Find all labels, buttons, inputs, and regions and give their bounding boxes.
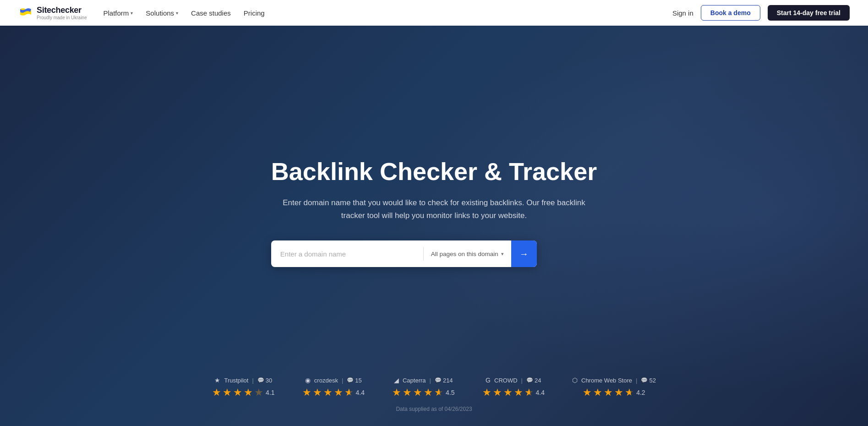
logo-link[interactable]: Sitechecker Proudly made in Ukraine bbox=[18, 5, 87, 20]
signin-link[interactable]: Sign in bbox=[672, 9, 693, 17]
navbar-right: Sign in Book a demo Start 14-day free tr… bbox=[672, 5, 850, 21]
start-trial-button[interactable]: Start 14-day free trial bbox=[768, 5, 850, 21]
star-full-icon: ★ bbox=[593, 387, 602, 399]
nav-pricing[interactable]: Pricing bbox=[244, 9, 265, 17]
star-full-icon: ★ bbox=[244, 387, 253, 399]
platform-name: Capterra bbox=[403, 377, 426, 384]
hero-section: Backlink Checker & Tracker Enter domain … bbox=[0, 0, 868, 426]
star-half-icon: ★ bbox=[524, 387, 534, 399]
star-empty-icon: ★ bbox=[254, 387, 263, 399]
star-full-icon: ★ bbox=[514, 387, 523, 399]
star-full-icon: ★ bbox=[302, 387, 311, 399]
star-half-icon: ★ bbox=[344, 387, 354, 399]
comment-icon: 💬 bbox=[435, 377, 442, 383]
nav-links: Platform ▾ Solutions ▾ Case studies Pric… bbox=[104, 9, 265, 17]
book-demo-button[interactable]: Book a demo bbox=[701, 5, 760, 21]
rating-score: 4.2 bbox=[636, 389, 645, 396]
platform-icon: ◉ bbox=[305, 377, 311, 384]
nav-case-studies[interactable]: Case studies bbox=[191, 9, 231, 17]
star-full-icon: ★ bbox=[604, 387, 613, 399]
platform-name: crozdesk bbox=[314, 377, 338, 384]
star-full-icon: ★ bbox=[392, 387, 401, 399]
chevron-down-icon: ▾ bbox=[501, 251, 504, 257]
arrow-right-icon: → bbox=[519, 249, 529, 259]
star-full-icon: ★ bbox=[334, 387, 343, 399]
star-half-icon: ★ bbox=[625, 387, 634, 399]
hero-subtitle: Enter domain name that you would like to… bbox=[278, 197, 590, 222]
star-half-icon: ★ bbox=[434, 387, 443, 399]
platform-name: Trustpilot bbox=[224, 377, 248, 384]
search-submit-button[interactable]: → bbox=[511, 240, 537, 267]
star-full-icon: ★ bbox=[223, 387, 232, 399]
star-full-icon: ★ bbox=[482, 387, 491, 399]
ratings-bar: ★Trustpilot|💬30★★★★★4.1◉crozdesk|💬15★★★★… bbox=[212, 377, 656, 399]
platform-icon: ⬡ bbox=[572, 377, 578, 384]
star-full-icon: ★ bbox=[313, 387, 322, 399]
search-bar: All pages on this domain ▾ → bbox=[271, 240, 537, 267]
chevron-down-icon: ▾ bbox=[131, 11, 133, 16]
rating-score: 4.4 bbox=[356, 389, 365, 396]
nav-solutions[interactable]: Solutions ▾ bbox=[146, 9, 178, 17]
search-scope-selector[interactable]: All pages on this domain ▾ bbox=[424, 240, 511, 267]
data-notice: Data supplied as of 04/26/2023 bbox=[396, 406, 472, 412]
rating-item: ◉crozdesk|💬15★★★★★4.4 bbox=[302, 377, 365, 399]
comment-icon: 💬 bbox=[526, 377, 533, 383]
rating-item: GCROWD|💬24★★★★★4.4 bbox=[482, 377, 545, 399]
platform-icon: ◢ bbox=[394, 377, 399, 384]
star-full-icon: ★ bbox=[413, 387, 422, 399]
platform-icon: ★ bbox=[214, 377, 220, 384]
comment-icon: 💬 bbox=[641, 377, 648, 383]
logo-icon bbox=[18, 5, 33, 20]
star-full-icon: ★ bbox=[233, 387, 242, 399]
star-full-icon: ★ bbox=[493, 387, 502, 399]
rating-item: ◢Capterra|💬214★★★★★4.5 bbox=[392, 377, 454, 399]
navbar: Sitechecker Proudly made in Ukraine Plat… bbox=[0, 0, 868, 26]
star-full-icon: ★ bbox=[503, 387, 513, 399]
review-count: 52 bbox=[649, 377, 655, 384]
review-count: 30 bbox=[266, 377, 272, 384]
chevron-down-icon: ▾ bbox=[176, 11, 178, 16]
logo-name: Sitechecker bbox=[37, 5, 87, 15]
review-count: 24 bbox=[535, 377, 541, 384]
platform-name: Chrome Web Store bbox=[581, 377, 632, 384]
star-full-icon: ★ bbox=[583, 387, 592, 399]
star-full-icon: ★ bbox=[424, 387, 433, 399]
rating-item: ★Trustpilot|💬30★★★★★4.1 bbox=[212, 377, 274, 399]
star-full-icon: ★ bbox=[212, 387, 221, 399]
logo-tagline: Proudly made in Ukraine bbox=[37, 15, 87, 20]
logo-text: Sitechecker Proudly made in Ukraine bbox=[37, 5, 87, 20]
review-count: 214 bbox=[443, 377, 453, 384]
comment-icon: 💬 bbox=[347, 377, 354, 383]
navbar-left: Sitechecker Proudly made in Ukraine Plat… bbox=[18, 5, 265, 20]
hero-title: Backlink Checker & Tracker bbox=[271, 157, 597, 186]
search-input[interactable] bbox=[271, 240, 423, 267]
hero-content: Backlink Checker & Tracker Enter domain … bbox=[260, 157, 608, 267]
review-count: 15 bbox=[355, 377, 361, 384]
star-full-icon: ★ bbox=[403, 387, 412, 399]
platform-icon: G bbox=[486, 377, 491, 384]
comment-icon: 💬 bbox=[257, 377, 264, 383]
star-full-icon: ★ bbox=[323, 387, 333, 399]
rating-score: 4.5 bbox=[446, 389, 454, 396]
rating-item: ⬡Chrome Web Store|💬52★★★★★4.2 bbox=[572, 377, 656, 399]
nav-platform[interactable]: Platform ▾ bbox=[104, 9, 133, 17]
rating-score: 4.1 bbox=[266, 389, 274, 396]
platform-name: CROWD bbox=[494, 377, 518, 384]
star-full-icon: ★ bbox=[614, 387, 623, 399]
rating-score: 4.4 bbox=[536, 389, 545, 396]
